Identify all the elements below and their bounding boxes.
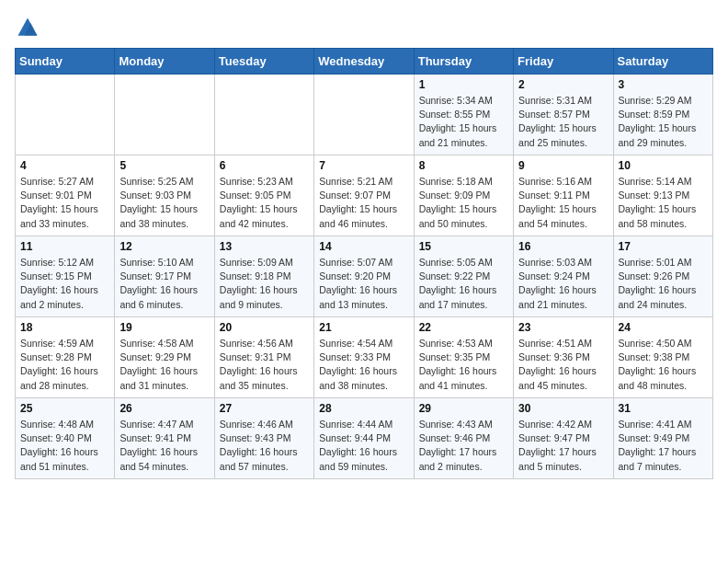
day-number: 22 xyxy=(419,321,508,334)
calendar-cell: 11Sunrise: 5:12 AMSunset: 9:15 PMDayligh… xyxy=(16,236,115,317)
day-number: 3 xyxy=(619,78,708,91)
calendar-cell: 8Sunrise: 5:18 AMSunset: 9:09 PMDaylight… xyxy=(414,155,513,236)
calendar-cell: 10Sunrise: 5:14 AMSunset: 9:13 PMDayligh… xyxy=(613,155,712,236)
day-info: Sunrise: 5:25 AMSunset: 9:03 PMDaylight:… xyxy=(119,175,209,231)
day-number: 6 xyxy=(220,159,309,172)
day-info: Sunrise: 4:48 AMSunset: 9:40 PMDaylight:… xyxy=(20,418,109,474)
day-number: 29 xyxy=(419,402,508,415)
day-info: Sunrise: 4:59 AMSunset: 9:28 PMDaylight:… xyxy=(20,337,109,393)
calendar-cell: 22Sunrise: 4:53 AMSunset: 9:35 PMDayligh… xyxy=(414,317,513,398)
weekday-header-sunday: Sunday xyxy=(16,49,115,75)
day-info: Sunrise: 5:16 AMSunset: 9:11 PMDaylight:… xyxy=(518,175,608,231)
day-number: 9 xyxy=(518,159,608,172)
logo-icon xyxy=(15,15,40,40)
calendar-cell: 18Sunrise: 4:59 AMSunset: 9:28 PMDayligh… xyxy=(16,317,115,398)
calendar-cell: 27Sunrise: 4:46 AMSunset: 9:43 PMDayligh… xyxy=(214,398,313,479)
day-info: Sunrise: 5:27 AMSunset: 9:01 PMDaylight:… xyxy=(20,175,109,231)
day-number: 8 xyxy=(419,159,508,172)
day-number: 19 xyxy=(119,321,209,334)
day-number: 17 xyxy=(619,240,708,253)
day-number: 26 xyxy=(119,402,209,415)
day-info: Sunrise: 5:09 AMSunset: 9:18 PMDaylight:… xyxy=(220,256,309,312)
day-info: Sunrise: 4:44 AMSunset: 9:44 PMDaylight:… xyxy=(319,418,408,474)
calendar-cell xyxy=(214,75,313,155)
day-info: Sunrise: 4:56 AMSunset: 9:31 PMDaylight:… xyxy=(220,337,309,393)
page-header xyxy=(15,15,713,40)
calendar-cell: 16Sunrise: 5:03 AMSunset: 9:24 PMDayligh… xyxy=(514,236,613,317)
day-number: 18 xyxy=(20,321,109,334)
weekday-header-monday: Monday xyxy=(115,49,214,75)
day-number: 31 xyxy=(619,402,708,415)
calendar-cell: 4Sunrise: 5:27 AMSunset: 9:01 PMDaylight… xyxy=(16,155,115,236)
calendar-cell: 5Sunrise: 5:25 AMSunset: 9:03 PMDaylight… xyxy=(115,155,214,236)
day-info: Sunrise: 4:43 AMSunset: 9:46 PMDaylight:… xyxy=(419,418,508,474)
day-number: 27 xyxy=(220,402,309,415)
calendar-cell: 24Sunrise: 4:50 AMSunset: 9:38 PMDayligh… xyxy=(613,317,712,398)
calendar-cell: 15Sunrise: 5:05 AMSunset: 9:22 PMDayligh… xyxy=(414,236,513,317)
day-info: Sunrise: 4:51 AMSunset: 9:36 PMDaylight:… xyxy=(518,337,608,393)
calendar-cell: 14Sunrise: 5:07 AMSunset: 9:20 PMDayligh… xyxy=(314,236,414,317)
calendar-cell xyxy=(314,75,414,155)
day-info: Sunrise: 5:14 AMSunset: 9:13 PMDaylight:… xyxy=(619,175,708,231)
day-info: Sunrise: 5:05 AMSunset: 9:22 PMDaylight:… xyxy=(419,256,508,312)
day-info: Sunrise: 5:18 AMSunset: 9:09 PMDaylight:… xyxy=(419,175,508,231)
day-number: 2 xyxy=(518,78,608,91)
day-number: 30 xyxy=(518,402,608,415)
day-info: Sunrise: 5:01 AMSunset: 9:26 PMDaylight:… xyxy=(619,256,708,312)
day-info: Sunrise: 5:31 AMSunset: 8:57 PMDaylight:… xyxy=(518,94,608,150)
calendar-cell: 12Sunrise: 5:10 AMSunset: 9:17 PMDayligh… xyxy=(115,236,214,317)
weekday-header-tuesday: Tuesday xyxy=(214,49,313,75)
calendar-cell xyxy=(115,75,214,155)
day-number: 1 xyxy=(419,78,508,91)
calendar-cell: 6Sunrise: 5:23 AMSunset: 9:05 PMDaylight… xyxy=(214,155,313,236)
day-info: Sunrise: 5:10 AMSunset: 9:17 PMDaylight:… xyxy=(119,256,209,312)
day-info: Sunrise: 4:58 AMSunset: 9:29 PMDaylight:… xyxy=(119,337,209,393)
day-info: Sunrise: 4:46 AMSunset: 9:43 PMDaylight:… xyxy=(220,418,309,474)
weekday-header-friday: Friday xyxy=(514,49,613,75)
day-info: Sunrise: 4:47 AMSunset: 9:41 PMDaylight:… xyxy=(119,418,209,474)
weekday-header-saturday: Saturday xyxy=(613,49,712,75)
day-info: Sunrise: 5:23 AMSunset: 9:05 PMDaylight:… xyxy=(220,175,309,231)
calendar-week-3: 11Sunrise: 5:12 AMSunset: 9:15 PMDayligh… xyxy=(16,236,713,317)
calendar-cell: 19Sunrise: 4:58 AMSunset: 9:29 PMDayligh… xyxy=(115,317,214,398)
day-number: 4 xyxy=(20,159,109,172)
calendar-cell: 9Sunrise: 5:16 AMSunset: 9:11 PMDaylight… xyxy=(514,155,613,236)
day-info: Sunrise: 5:12 AMSunset: 9:15 PMDaylight:… xyxy=(20,256,109,312)
day-info: Sunrise: 4:42 AMSunset: 9:47 PMDaylight:… xyxy=(518,418,608,474)
day-number: 7 xyxy=(319,159,408,172)
day-number: 23 xyxy=(518,321,608,334)
day-info: Sunrise: 4:41 AMSunset: 9:49 PMDaylight:… xyxy=(619,418,708,474)
day-number: 10 xyxy=(619,159,708,172)
calendar-cell: 28Sunrise: 4:44 AMSunset: 9:44 PMDayligh… xyxy=(314,398,414,479)
calendar-cell: 2Sunrise: 5:31 AMSunset: 8:57 PMDaylight… xyxy=(514,75,613,155)
day-info: Sunrise: 4:53 AMSunset: 9:35 PMDaylight:… xyxy=(419,337,508,393)
calendar-cell xyxy=(16,75,115,155)
calendar-header: SundayMondayTuesdayWednesdayThursdayFrid… xyxy=(16,49,713,75)
calendar-cell: 26Sunrise: 4:47 AMSunset: 9:41 PMDayligh… xyxy=(115,398,214,479)
calendar-cell: 30Sunrise: 4:42 AMSunset: 9:47 PMDayligh… xyxy=(514,398,613,479)
calendar-cell: 31Sunrise: 4:41 AMSunset: 9:49 PMDayligh… xyxy=(613,398,712,479)
day-info: Sunrise: 4:50 AMSunset: 9:38 PMDaylight:… xyxy=(619,337,708,393)
calendar-week-1: 1Sunrise: 5:34 AMSunset: 8:55 PMDaylight… xyxy=(16,75,713,155)
calendar-cell: 3Sunrise: 5:29 AMSunset: 8:59 PMDaylight… xyxy=(613,75,712,155)
calendar-table: SundayMondayTuesdayWednesdayThursdayFrid… xyxy=(15,48,713,479)
day-number: 28 xyxy=(319,402,408,415)
day-number: 16 xyxy=(518,240,608,253)
day-info: Sunrise: 4:54 AMSunset: 9:33 PMDaylight:… xyxy=(319,337,408,393)
day-number: 25 xyxy=(20,402,109,415)
calendar-cell: 17Sunrise: 5:01 AMSunset: 9:26 PMDayligh… xyxy=(613,236,712,317)
day-number: 11 xyxy=(20,240,109,253)
calendar-cell: 20Sunrise: 4:56 AMSunset: 9:31 PMDayligh… xyxy=(214,317,313,398)
calendar-week-2: 4Sunrise: 5:27 AMSunset: 9:01 PMDaylight… xyxy=(16,155,713,236)
day-number: 12 xyxy=(119,240,209,253)
day-number: 24 xyxy=(619,321,708,334)
day-number: 15 xyxy=(419,240,508,253)
day-number: 14 xyxy=(319,240,408,253)
day-number: 21 xyxy=(319,321,408,334)
calendar-cell: 7Sunrise: 5:21 AMSunset: 9:07 PMDaylight… xyxy=(314,155,414,236)
calendar-cell: 29Sunrise: 4:43 AMSunset: 9:46 PMDayligh… xyxy=(414,398,513,479)
calendar-cell: 13Sunrise: 5:09 AMSunset: 9:18 PMDayligh… xyxy=(214,236,313,317)
day-number: 20 xyxy=(220,321,309,334)
calendar-cell: 1Sunrise: 5:34 AMSunset: 8:55 PMDaylight… xyxy=(414,75,513,155)
day-number: 5 xyxy=(119,159,209,172)
